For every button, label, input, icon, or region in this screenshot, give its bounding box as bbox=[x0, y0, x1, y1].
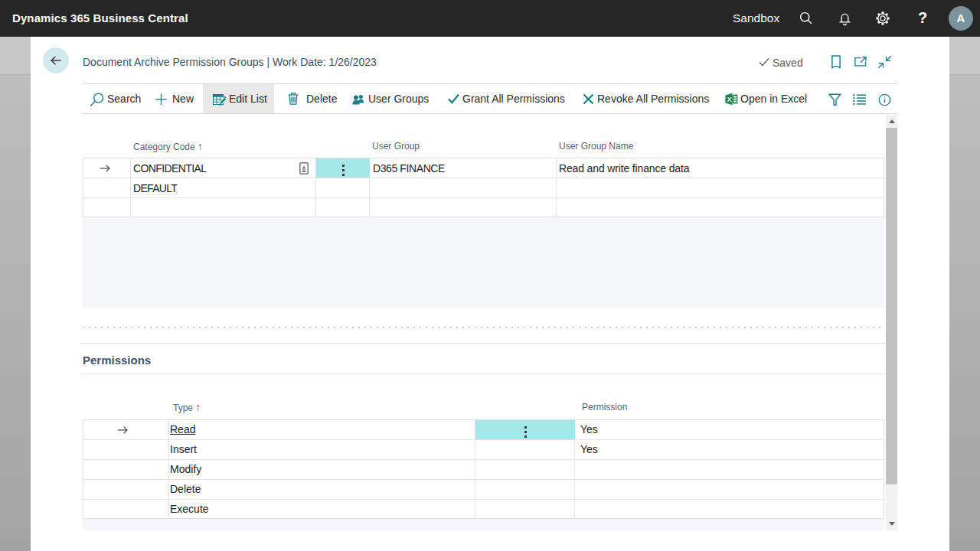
svg-text:X: X bbox=[727, 95, 732, 103]
